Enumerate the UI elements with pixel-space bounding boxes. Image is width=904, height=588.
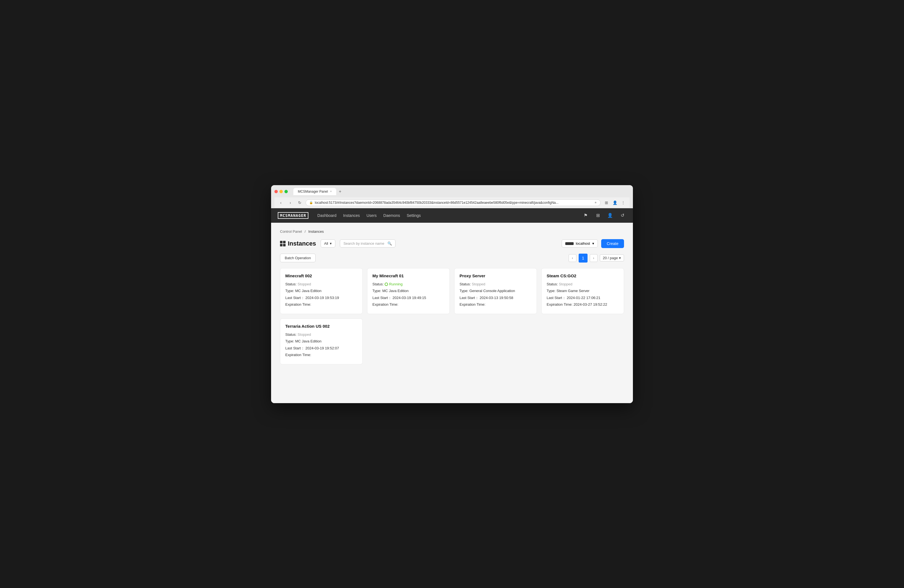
breadcrumb-current: Instances <box>308 229 324 234</box>
instance-type-value-2: General Console Application <box>469 289 515 293</box>
laststart-label: Last Start： <box>547 296 566 300</box>
grid-icon-cell <box>280 244 283 247</box>
instance-status-4: Status: Stopped <box>285 332 357 337</box>
type-label: Type: <box>372 289 381 293</box>
instance-name-2: Proxy Server <box>460 273 532 278</box>
instance-status-2: Status: Stopped <box>460 281 532 287</box>
profile-btn[interactable]: 👤 <box>611 199 618 206</box>
browser-chrome: MCSManager Panel × + ‹ › ↻ 🔒 localhost:5… <box>271 185 633 208</box>
browser-tab-active[interactable]: MCSManager Panel × <box>293 188 336 195</box>
instances-grid: Minecraft 002 Status: Stopped Type: MC J… <box>280 268 624 364</box>
instance-card-1[interactable]: My Minecraft 01 Status: Running Type: MC… <box>367 268 450 314</box>
browser-tab-bar: MCSManager Panel × + <box>293 188 343 195</box>
grid-icon-cell <box>283 241 286 243</box>
instance-expiration-2: Expiration Time: <box>460 302 532 307</box>
nav-icon-user[interactable]: 👤 <box>606 212 614 220</box>
laststart-label: Last Start： <box>285 346 305 350</box>
instance-type-2: Type: General Console Application <box>460 288 532 294</box>
per-page-value: 20 / page <box>603 256 618 260</box>
create-button[interactable]: Create <box>601 239 624 248</box>
extensions-btn[interactable]: ⊞ <box>603 199 610 206</box>
instance-status-1: Status: Running <box>372 281 444 287</box>
instance-laststart-value-2: 2024-03-13 19:50:58 <box>480 296 513 300</box>
instance-name-4: Terraria Action US 002 <box>285 324 357 329</box>
nav-icon-flag[interactable]: ⚑ <box>582 212 589 220</box>
instance-name-1: My Minecraft 01 <box>372 273 444 278</box>
status-label: Status: <box>372 282 384 286</box>
type-label: Type: <box>285 339 294 343</box>
expiration-label: Expiration Time: <box>372 302 398 307</box>
instance-laststart-1: Last Start： 2024-03-19 19:49:15 <box>372 295 444 301</box>
app-nav: MCSMANAGER Dashboard Instances Users Dae… <box>271 208 633 223</box>
content: Control Panel / Instances Instances All <box>271 223 633 371</box>
filter-chevron-icon: ▾ <box>330 241 332 245</box>
instance-laststart-2: Last Start： 2024-03-13 19:50:58 <box>460 295 532 301</box>
instance-type-value-1: MC Java Edition <box>382 289 409 293</box>
menu-btn[interactable]: ⋮ <box>620 199 627 206</box>
forward-button[interactable]: › <box>287 199 294 206</box>
instance-status-value-0: Stopped <box>297 282 311 286</box>
instance-laststart-3: Last Start： 2024-01-22 17:06:21 <box>547 295 619 301</box>
close-traffic-light[interactable] <box>274 190 278 193</box>
instance-laststart-value-4: 2024-03-19 19:52:07 <box>305 346 339 350</box>
breadcrumb: Control Panel / Instances <box>280 229 624 234</box>
nav-daemons[interactable]: Daemons <box>383 212 400 219</box>
maximize-traffic-light[interactable] <box>284 190 288 193</box>
minimize-traffic-light[interactable] <box>280 190 283 193</box>
grid-icon-cell <box>283 244 286 247</box>
per-page-selector[interactable]: 20 / page ▾ <box>600 254 624 261</box>
instances-header: Instances All ▾ Search by instance name … <box>280 239 624 248</box>
instance-type-4: Type: MC Java Edition <box>285 338 357 344</box>
type-label: Type: <box>285 289 294 293</box>
instance-card-2[interactable]: Proxy Server Status: Stopped Type: Gener… <box>454 268 537 314</box>
tab-title: MCSManager Panel <box>298 190 328 193</box>
instance-card-3[interactable]: Steam CS:GO2 Status: Stopped Type: Steam… <box>541 268 624 314</box>
daemon-selector[interactable]: localhost ▾ <box>562 239 598 248</box>
traffic-lights <box>274 190 288 193</box>
back-button[interactable]: ‹ <box>277 199 284 206</box>
pagination-next-button[interactable]: › <box>590 254 597 262</box>
status-label: Status: <box>285 282 296 286</box>
address-bar[interactable]: 🔒 localhost:5173/#/instances?daemonId=20… <box>306 199 601 206</box>
instance-status-value-4: Stopped <box>297 332 311 337</box>
search-box[interactable]: Search by instance name 🔍 <box>340 239 395 248</box>
expiration-label: Expiration Time: <box>460 302 485 307</box>
per-page-chevron-icon: ▾ <box>619 256 621 260</box>
instance-card-4[interactable]: Terraria Action US 002 Status: Stopped T… <box>280 318 363 364</box>
nav-settings[interactable]: Settings <box>407 212 421 219</box>
url-text: localhost:5173/#/instances?daemonId=2068… <box>315 201 593 205</box>
instance-type-3: Type: Steam Game Server <box>547 288 619 294</box>
instance-laststart-value-0: 2024-03-19 19:53:19 <box>305 296 339 300</box>
nav-icon-network[interactable]: ⊞ <box>594 212 602 220</box>
laststart-label: Last Start： <box>460 296 479 300</box>
instance-laststart-0: Last Start： 2024-03-19 19:53:19 <box>285 295 357 301</box>
batch-operation-button[interactable]: Batch Operation <box>280 254 316 262</box>
app-logo: MCSMANAGER <box>278 212 308 219</box>
instance-status-value-3: Stopped <box>559 282 572 286</box>
instance-expiration-value-3: 2024-03-27 19:52:22 <box>574 302 607 307</box>
instance-expiration-1: Expiration Time: <box>372 302 444 307</box>
new-tab-button[interactable]: + <box>337 189 343 194</box>
filter-dropdown[interactable]: All ▾ <box>321 239 335 248</box>
expiration-label: Expiration Time: <box>547 302 572 307</box>
nav-dashboard[interactable]: Dashboard <box>317 212 337 219</box>
instances-title: Instances <box>280 240 316 247</box>
nav-instances[interactable]: Instances <box>343 212 360 219</box>
nav-users[interactable]: Users <box>367 212 377 219</box>
instance-name-3: Steam CS:GO2 <box>547 273 619 278</box>
laststart-label: Last Start： <box>372 296 392 300</box>
nav-icon-refresh[interactable]: ↺ <box>618 212 626 220</box>
instance-expiration-3: Expiration Time: 2024-03-27 19:52:22 <box>547 302 619 307</box>
type-label: Type: <box>460 289 468 293</box>
search-icon: 🔍 <box>387 241 392 245</box>
instance-expiration-0: Expiration Time: <box>285 302 357 307</box>
filter-value: All <box>324 241 328 245</box>
nav-links: Dashboard Instances Users Daemons Settin… <box>317 212 421 219</box>
refresh-button[interactable]: ↻ <box>296 199 303 206</box>
instance-status-value-1: Running <box>385 282 403 286</box>
tab-close-icon[interactable]: × <box>330 190 332 193</box>
search-placeholder: Search by instance name <box>343 241 384 245</box>
instance-card-0[interactable]: Minecraft 002 Status: Stopped Type: MC J… <box>280 268 363 314</box>
pagination-prev-button[interactable]: ‹ <box>569 254 577 262</box>
expiration-label: Expiration Time: <box>285 353 311 357</box>
